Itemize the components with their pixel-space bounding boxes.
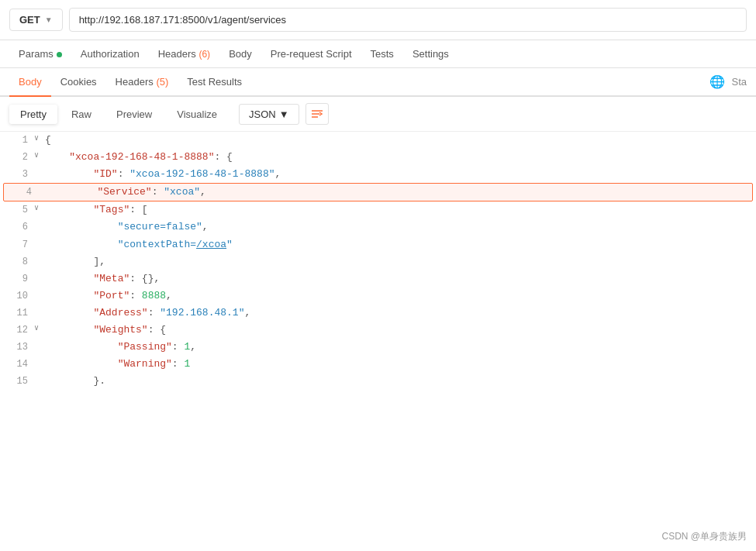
code-panel: 1 ∨ { 2 ∨ "xcoa-192-168-48-1-8888": { 3 … xyxy=(0,132,756,390)
response-tabs-right: 🌐 Sta xyxy=(709,74,747,89)
code-line-14: 14 "Warning": 1 xyxy=(0,356,756,373)
collapse-2[interactable]: ∨ xyxy=(34,149,42,162)
code-line-6: 6 "secure=false", xyxy=(0,219,756,236)
code-line-15: 15 }. xyxy=(0,373,756,390)
tab-body[interactable]: Body xyxy=(219,40,261,67)
code-line-11: 11 "Address": "192.168.48.1", xyxy=(0,305,756,322)
wrap-lines-icon xyxy=(311,108,323,119)
code-line-13: 13 "Passing": 1, xyxy=(0,339,756,356)
format-bar: Pretty Raw Preview Visualize JSON ▼ xyxy=(0,97,756,132)
format-type-dropdown[interactable]: JSON ▼ xyxy=(239,104,299,125)
wrap-btn[interactable] xyxy=(306,103,329,125)
tab-settings[interactable]: Settings xyxy=(403,40,458,67)
tab-authorization[interactable]: Authorization xyxy=(71,40,149,67)
collapse-5[interactable]: ∨ xyxy=(34,201,42,215)
tab-params[interactable]: Params xyxy=(9,40,71,67)
tab-prerequest[interactable]: Pre-request Script xyxy=(261,40,361,67)
method-label: GET xyxy=(19,14,40,26)
tab-headers[interactable]: Headers (6) xyxy=(149,40,219,67)
code-line-5: 5 ∨ "Tags": [ xyxy=(0,201,756,219)
code-line-8: 8 ], xyxy=(0,253,756,270)
code-line-1: 1 ∨ { xyxy=(0,132,756,149)
format-type-label: JSON xyxy=(249,108,276,120)
params-dot xyxy=(57,52,62,57)
response-tabs: Body Cookies Headers (5) Test Results 🌐 … xyxy=(0,68,756,97)
code-line-12: 12 ∨ "Weights": { xyxy=(0,322,756,339)
response-tab-headers[interactable]: Headers (5) xyxy=(106,68,178,95)
status-text: Sta xyxy=(731,76,747,88)
response-tab-body[interactable]: Body xyxy=(9,68,51,97)
format-chevron: ▼ xyxy=(279,108,289,120)
globe-icon[interactable]: 🌐 xyxy=(709,74,725,89)
format-visualize-btn[interactable]: Visualize xyxy=(166,105,228,124)
code-line-10: 10 "Port": 8888, xyxy=(0,288,756,305)
collapse-12[interactable]: ∨ xyxy=(34,322,42,335)
format-pretty-btn[interactable]: Pretty xyxy=(9,105,57,124)
code-line-3: 3 "ID": "xcoa-192-168-48-1-8888", xyxy=(0,166,756,183)
method-select[interactable]: GET ▼ xyxy=(9,9,63,31)
code-line-7: 7 "contextPath=/xcoa" xyxy=(0,236,756,253)
format-raw-btn[interactable]: Raw xyxy=(60,105,102,124)
xcoa-link[interactable]: /xcoa xyxy=(196,239,226,250)
request-tabs: Params Authorization Headers (6) Body Pr… xyxy=(0,40,756,68)
tab-tests[interactable]: Tests xyxy=(361,40,403,67)
format-preview-btn[interactable]: Preview xyxy=(105,105,163,124)
response-tab-testresults[interactable]: Test Results xyxy=(178,68,251,95)
url-bar: GET ▼ xyxy=(0,0,756,40)
url-input[interactable] xyxy=(69,8,747,32)
collapse-1[interactable]: ∨ xyxy=(34,132,42,145)
response-tab-cookies[interactable]: Cookies xyxy=(51,68,106,95)
method-chevron: ▼ xyxy=(45,15,53,24)
code-line-4: 4 "Service": "xcoa", xyxy=(3,183,753,201)
code-line-9: 9 "Meta": {}, xyxy=(0,270,756,288)
code-line-2: 2 ∨ "xcoa-192-168-48-1-8888": { xyxy=(0,149,756,166)
